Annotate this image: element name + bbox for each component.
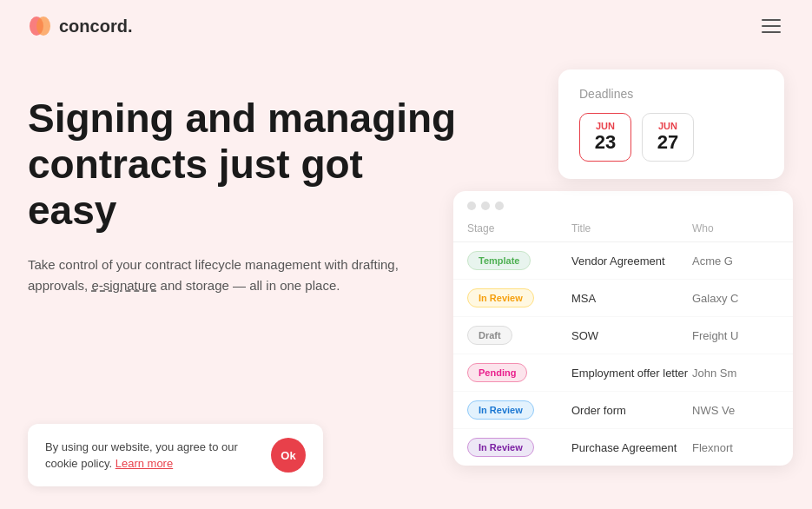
dot-2 bbox=[481, 202, 490, 210]
cookie-ok-button[interactable]: Ok bbox=[271, 438, 306, 473]
row-title-6: Purchase Agreement bbox=[571, 441, 692, 454]
table-row: Draft SOW Freight U bbox=[453, 317, 793, 354]
contracts-table-card: Stage Title Who Template Vendor Agreemen… bbox=[453, 191, 793, 466]
deadline-dates: Jun 23 Jun 27 bbox=[579, 113, 763, 162]
cookie-text: By using our website, you agree to our c… bbox=[45, 439, 254, 473]
table-row: In Review MSA Galaxy C bbox=[453, 280, 793, 317]
row-title-2: MSA bbox=[571, 292, 692, 305]
badge-in-review-2: In Review bbox=[467, 400, 571, 420]
dot-1 bbox=[467, 202, 476, 210]
badge-template: Template bbox=[467, 251, 571, 270]
row-who-5: NWS Ve bbox=[692, 404, 779, 417]
deadline-date-2[interactable]: Jun 27 bbox=[642, 113, 694, 162]
row-who-3: Freight U bbox=[692, 329, 779, 342]
row-who-4: John Sm bbox=[692, 367, 779, 380]
dot-3 bbox=[495, 202, 504, 210]
row-title-4: Employment offer letter bbox=[571, 367, 692, 380]
logo-text: concord. bbox=[59, 17, 132, 36]
hero-right: Deadlines Jun 23 Jun 27 Stage bbox=[462, 69, 784, 509]
row-title-5: Order form bbox=[571, 404, 692, 417]
hamburger-line-2 bbox=[762, 25, 781, 27]
window-dots bbox=[453, 191, 793, 217]
cookie-learn-more-link[interactable]: Learn more bbox=[116, 457, 173, 470]
row-title-1: Vendor Agreement bbox=[571, 254, 692, 268]
table-row: Pending Employment offer letter John Sm bbox=[453, 354, 793, 392]
row-who-6: Flexnort bbox=[692, 441, 779, 454]
deadline-day-2: 27 bbox=[655, 131, 681, 154]
badge-draft: Draft bbox=[467, 326, 571, 345]
logo-icon bbox=[28, 14, 52, 38]
badge-in-review-3: In Review bbox=[467, 438, 571, 457]
table-row: In Review Purchase Agreement Flexnort bbox=[453, 429, 793, 466]
svg-point-1 bbox=[36, 17, 50, 36]
table-row: Template Vendor Agreement Acme G bbox=[453, 242, 793, 280]
hero-headline: Signing and managing contracts just got … bbox=[28, 96, 462, 234]
deadlines-title: Deadlines bbox=[579, 87, 763, 101]
logo[interactable]: concord. bbox=[28, 14, 132, 38]
deadline-day-1: 23 bbox=[592, 131, 618, 154]
table-row: In Review Order form NWS Ve bbox=[453, 392, 793, 429]
deadline-month-2: Jun bbox=[655, 121, 681, 131]
hamburger-line-1 bbox=[762, 19, 781, 21]
hamburger-menu[interactable] bbox=[758, 16, 784, 36]
hero-subtext: Take control of your contract lifecycle … bbox=[28, 254, 401, 296]
badge-in-review-1: In Review bbox=[467, 288, 571, 307]
deadlines-card: Deadlines Jun 23 Jun 27 bbox=[558, 69, 784, 179]
table-header: Stage Title Who bbox=[453, 217, 793, 242]
row-who-2: Galaxy C bbox=[692, 292, 779, 305]
deadline-month-1: Jun bbox=[592, 121, 618, 131]
badge-pending: Pending bbox=[467, 363, 571, 382]
deadline-date-1[interactable]: Jun 23 bbox=[579, 113, 631, 162]
hamburger-line-3 bbox=[762, 31, 781, 33]
row-title-3: SOW bbox=[571, 329, 692, 342]
navbar: concord. bbox=[0, 0, 812, 52]
col-who: Who bbox=[692, 222, 779, 235]
row-who-1: Acme G bbox=[692, 254, 779, 268]
esignature-text: e-signature bbox=[91, 278, 156, 293]
col-stage: Stage bbox=[467, 222, 571, 235]
col-title: Title bbox=[571, 222, 692, 235]
cookie-banner: By using our website, you agree to our c… bbox=[28, 424, 323, 486]
